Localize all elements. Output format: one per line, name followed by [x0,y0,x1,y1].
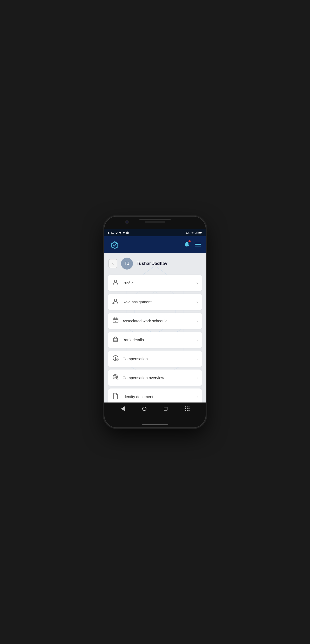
svg-rect-6 [199,232,201,233]
nav-apps-button[interactable] [183,405,191,413]
compensation-icon: $ % [112,355,119,363]
svg-line-36 [117,378,118,379]
menu-item-left-profile: Profile [112,279,134,287]
camera [125,220,129,224]
menu-item-profile[interactable]: Profile › [108,275,202,291]
menu-item-associated-work-schedule[interactable]: Associated work schedule › [108,313,202,329]
user-name: Tushar Jadhav [137,261,167,266]
gear-icon [115,231,118,234]
menu-item-label-associated-work-schedule: Associated work schedule [123,319,167,323]
menu-item-left-compensation-overview: $ Compensation overview [112,374,164,382]
nav-home-button[interactable] [140,405,149,413]
compensation-overview-icon: $ [112,374,119,382]
signal-icon [195,231,198,234]
status-time: 5:41 [108,231,114,234]
main-content: ‹ TJ Tushar Jadhav Profile › [104,253,206,403]
chevron-right-icon-identity-document: › [197,394,198,399]
chevron-right-icon-compensation-overview: › [197,375,198,380]
menu-item-identity-document[interactable]: Identity document › [108,388,202,403]
menu-item-compensation[interactable]: $ % Compensation › [108,351,202,367]
menu-item-label-compensation-overview: Compensation overview [123,375,164,380]
status-icons [115,231,129,234]
bottom-indicator [142,424,168,425]
svg-rect-3 [197,232,198,234]
menu-item-label-profile: Profile [123,281,134,285]
menu-item-label-identity-document: Identity document [123,394,153,399]
chevron-right-icon-associated-work-schedule: › [197,319,198,323]
header-right [184,241,201,248]
menu-item-left-identity-document: Identity document [112,393,153,401]
svg-point-15 [114,299,117,301]
chevron-right-icon-compensation: › [197,357,198,361]
nav-recents-button[interactable] [161,405,170,413]
menu-list: Profile › Role assignment › Associated w… [104,273,206,403]
document-icon [112,393,119,401]
menu-item-left-role-assignment: Role assignment [112,298,152,306]
sim-icon [126,231,129,234]
role-icon [112,298,119,306]
recents-square-icon [164,407,167,411]
hamburger-menu[interactable] [195,243,201,246]
app-header [104,236,206,253]
language-indicator: En [186,231,190,234]
phone-frame: 5:41 [104,217,206,427]
svg-rect-19 [115,321,116,321]
phone-screen: 5:41 [104,229,206,415]
schedule-icon [112,317,119,325]
menu-item-role-assignment[interactable]: Role assignment › [108,294,202,310]
avatar-initials: TJ [125,261,130,266]
user-header: ‹ TJ Tushar Jadhav [104,253,206,273]
menu-line-1 [195,243,201,243]
svg-rect-1 [196,232,196,234]
svg-rect-0 [195,233,196,233]
wifi-icon [191,231,194,234]
menu-item-left-bank-details: Bank details [112,336,144,344]
chevron-right-icon-role-assignment: › [197,300,198,304]
notch [139,219,171,220]
menu-item-label-role-assignment: Role assignment [123,300,152,304]
chevron-right-icon-bank-details: › [197,338,198,342]
speaker [145,221,165,223]
status-right-icons [191,231,202,234]
svg-text:%: % [116,359,118,361]
back-triangle-icon [121,406,125,411]
notification-dot [188,240,191,242]
menu-line-2 [195,244,201,245]
app-logo [109,239,120,250]
home-circle-icon [142,407,146,411]
menu-item-bank-details[interactable]: Bank details › [108,332,202,348]
user-avatar: TJ [121,258,133,270]
svg-rect-5 [201,232,202,233]
nav-back-button[interactable] [119,405,127,413]
menu-item-left-compensation: $ % Compensation [112,355,148,363]
back-arrow-icon: ‹ [112,261,113,266]
menu-item-label-bank-details: Bank details [123,338,144,342]
menu-line-3 [195,246,201,246]
location-icon [123,231,125,234]
status-bar: 5:41 [104,229,206,236]
bottom-nav [104,403,206,415]
svg-rect-17 [113,318,118,323]
status-right: En [186,231,202,234]
bank-icon [112,336,119,344]
chevron-right-icon-profile: › [197,281,198,285]
menu-item-label-compensation: Compensation [123,357,148,361]
battery-icon [198,231,202,234]
back-button[interactable]: ‹ [109,259,117,268]
apps-dots-icon [185,406,190,411]
menu-item-left-associated-work-schedule: Associated work schedule [112,317,167,325]
menu-item-compensation-overview[interactable]: $ Compensation overview › [108,370,202,386]
diamond-icon [119,231,122,234]
person-icon [112,279,119,287]
status-left: 5:41 [108,231,129,234]
notification-bell[interactable] [184,241,190,248]
svg-point-14 [114,280,117,282]
svg-rect-2 [196,232,197,234]
